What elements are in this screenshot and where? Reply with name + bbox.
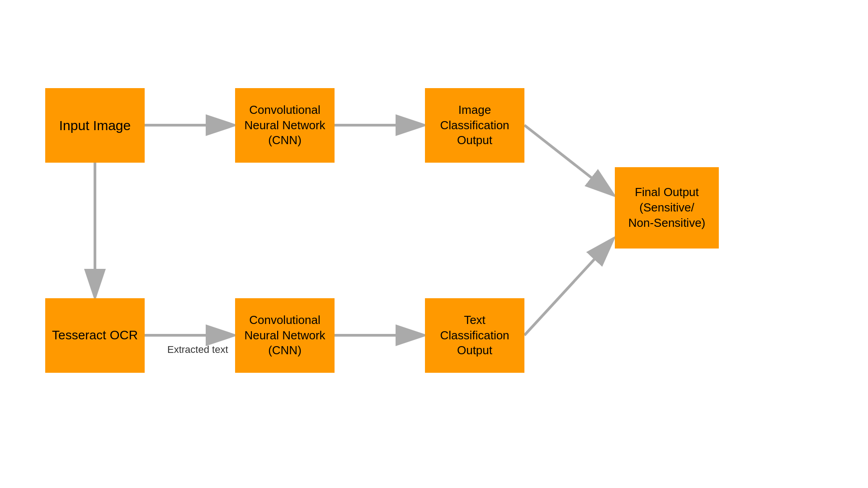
tesseract-ocr-box: Tesseract OCR xyxy=(45,298,145,373)
diagram-container: Input Image ConvolutionalNeural Network(… xyxy=(0,0,868,488)
cnn-bottom-box: ConvolutionalNeural Network(CNN) xyxy=(235,298,335,373)
input-image-box: Input Image xyxy=(45,88,145,163)
cnn-bottom-label: ConvolutionalNeural Network(CNN) xyxy=(244,313,325,358)
image-classification-label: ImageClassificationOutput xyxy=(440,103,509,148)
extracted-text-label: Extracted text xyxy=(167,343,228,357)
input-image-label: Input Image xyxy=(59,117,131,134)
final-output-box: Final Output(Sensitive/Non-Sensitive) xyxy=(615,167,719,249)
diagram-svg xyxy=(0,0,868,488)
cnn-top-box: ConvolutionalNeural Network(CNN) xyxy=(235,88,335,163)
arrow-img-class-to-final xyxy=(524,125,613,194)
text-classification-label: TextClassificationOutput xyxy=(440,313,509,358)
final-output-label: Final Output(Sensitive/Non-Sensitive) xyxy=(628,185,706,230)
image-classification-box: ImageClassificationOutput xyxy=(425,88,524,163)
text-classification-box: TextClassificationOutput xyxy=(425,298,524,373)
arrow-text-class-to-final xyxy=(524,239,613,335)
tesseract-ocr-label: Tesseract OCR xyxy=(52,327,138,343)
cnn-top-label: ConvolutionalNeural Network(CNN) xyxy=(244,103,325,148)
